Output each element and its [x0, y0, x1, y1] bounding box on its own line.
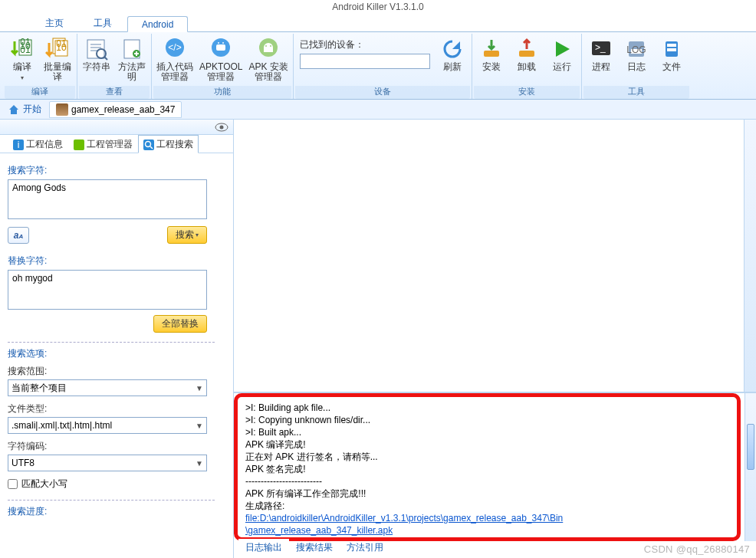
search-btn-label: 搜索: [176, 228, 194, 241]
log-line: >I: Built apk...: [245, 426, 729, 438]
apktool-label: APKTOOL 管理器: [199, 62, 242, 82]
tab-label: 工程搜索: [156, 138, 193, 151]
menu-tab-tools[interactable]: 工具: [79, 14, 127, 31]
sidebar-toggle[interactable]: [0, 120, 233, 135]
scope-label: 搜索范围:: [8, 365, 225, 378]
menu-tabs: 主页 工具 Android: [0, 15, 756, 32]
match-case-input[interactable]: [8, 479, 18, 489]
android-icon: [256, 37, 281, 61]
project-tab[interactable]: gamex_release_aab_347: [49, 101, 182, 118]
refresh-label: 刷新: [443, 62, 462, 72]
android-mini-icon: [74, 140, 84, 150]
process-label: 进程: [592, 62, 610, 72]
project-tab-label: gamex_release_aab_347: [71, 104, 175, 115]
inject-code-button[interactable]: </> 插入代码 管理器: [153, 35, 196, 84]
match-case-checkbox[interactable]: 匹配大小写: [8, 478, 225, 491]
replace-all-button[interactable]: 全部替换: [153, 315, 207, 333]
sidebar-tabs: i工程信息 工程管理器 工程搜索: [0, 135, 233, 153]
encoding-value: UTF8: [12, 458, 35, 468]
install-button[interactable]: 安装: [474, 35, 509, 74]
log-line: 生成路径:: [245, 500, 729, 512]
apktool-icon: [209, 37, 233, 61]
compile-button[interactable]: 011001 编译▾: [5, 35, 40, 84]
found-device-label: 已找到的设备：: [300, 38, 430, 51]
home-tab-label: 开始: [23, 103, 41, 116]
process-button[interactable]: >_ 进程: [583, 35, 619, 74]
batch-compile-label: 批量编 译: [44, 62, 71, 82]
apk-install-manager-button[interactable]: APK 安装 管理器: [245, 35, 291, 84]
main-area: i工程信息 工程管理器 工程搜索 搜索字符: Among Gods aA 搜索 …: [0, 120, 756, 558]
apkinstall-label: APK 安装 管理器: [248, 62, 288, 82]
log-line: >I: Copying unknown files/dir...: [245, 414, 729, 426]
tab-project-search[interactable]: 工程搜索: [138, 135, 199, 153]
filetype-select[interactable]: .smali|.xml|.txt|.htm|.html▼: [8, 417, 207, 434]
tab-project-info[interactable]: i工程信息: [8, 135, 68, 153]
svg-text:01: 01: [20, 44, 31, 55]
ribbon-group-view: 字符串 方法声 明 查看: [77, 34, 152, 99]
scope-select[interactable]: 当前整个项目▼: [8, 379, 207, 396]
uninstall-button[interactable]: 卸载: [509, 35, 544, 74]
scrollbar-thumb[interactable]: [747, 424, 754, 470]
ribbon-group-title: 编译: [5, 86, 75, 99]
refresh-icon: [440, 37, 465, 61]
log-line: 正在对 APK 进行签名，请稍等...: [245, 451, 729, 463]
menu-tab-home[interactable]: 主页: [31, 14, 78, 31]
svg-point-23: [265, 45, 267, 47]
svg-text:>_: >_: [595, 42, 606, 53]
apktool-manager-button[interactable]: APKTOOL 管理器: [196, 35, 245, 84]
uninstall-icon: [514, 37, 539, 61]
info-icon: i: [13, 140, 24, 150]
svg-point-37: [146, 141, 151, 146]
output-tab-methodref[interactable]: 方法引用: [340, 539, 390, 556]
replace-input[interactable]: oh mygod: [8, 270, 207, 310]
ribbon: 011001 编译▾ 0110 批量编 译 编译 字符串: [0, 32, 756, 100]
svg-text:LOG: LOG: [626, 44, 646, 55]
output-tabs: 日志输出 搜索结果 方法引用: [238, 539, 390, 556]
file-button[interactable]: 文件: [654, 35, 689, 74]
log-output[interactable]: >I: Building apk file... >I: Copying unk…: [234, 393, 741, 541]
ribbon-group-title: 功能: [153, 86, 291, 99]
menu-tab-android[interactable]: Android: [127, 16, 188, 32]
font-options-button[interactable]: aA: [8, 227, 29, 244]
svg-rect-26: [519, 51, 534, 57]
scrollbar[interactable]: [744, 393, 756, 541]
log-link[interactable]: \gamex_release_aab_347_killer.apk: [245, 524, 729, 537]
search-button[interactable]: 搜索 ▾: [167, 226, 207, 244]
output-tab-log[interactable]: 日志输出: [238, 539, 289, 556]
device-input[interactable]: [300, 54, 430, 69]
log-button[interactable]: LOG 日志: [619, 35, 654, 74]
log-line: APK 编译完成!: [245, 438, 729, 451]
uninstall-label: 卸载: [518, 62, 536, 72]
search-icon: [143, 140, 154, 150]
font-icon: aA: [14, 230, 23, 241]
ribbon-group-title: 设备: [295, 86, 470, 99]
inject-label: 插入代码 管理器: [156, 62, 193, 82]
dropdown-arrow-icon: ▾: [196, 231, 199, 238]
method-decl-button[interactable]: 方法声 明: [114, 35, 150, 84]
string-button[interactable]: 字符串: [79, 35, 114, 74]
encoding-select[interactable]: UTF8▼: [8, 455, 207, 471]
tab-label: 工程信息: [26, 138, 63, 151]
svg-text:</>: </>: [168, 42, 181, 53]
log-link[interactable]: file:D:\androidkiller\AndroidKiller_v1.3…: [245, 512, 729, 524]
terminal-icon: >_: [589, 37, 613, 61]
run-label: 运行: [553, 62, 571, 72]
batch-compile-button[interactable]: 0110 批量编 译: [40, 35, 75, 84]
ribbon-group-title: 查看: [79, 86, 150, 99]
search-input[interactable]: Among Gods: [8, 179, 207, 219]
compile-label: 编译▾: [13, 62, 31, 83]
ribbon-group-function: </> 插入代码 管理器 APKTOOL 管理器 APK 安装 管理器 功能: [152, 34, 294, 99]
play-icon: [550, 37, 574, 61]
tab-project-manager[interactable]: 工程管理器: [68, 135, 138, 153]
scope-value: 当前整个项目: [12, 382, 67, 395]
compile-icon: 011001: [10, 37, 35, 61]
log-icon: LOG: [624, 37, 649, 61]
batch-compile-icon: 0110: [45, 37, 70, 61]
sidebar: i工程信息 工程管理器 工程搜索 搜索字符: Among Gods aA 搜索 …: [0, 120, 234, 558]
output-tab-results[interactable]: 搜索结果: [289, 539, 340, 556]
search-options-label: 搜索选项:: [8, 347, 225, 360]
run-button[interactable]: 运行: [544, 35, 580, 74]
home-tab[interactable]: 开始: [3, 100, 46, 118]
refresh-button[interactable]: 刷新: [435, 35, 470, 74]
file-label: 文件: [662, 62, 681, 72]
